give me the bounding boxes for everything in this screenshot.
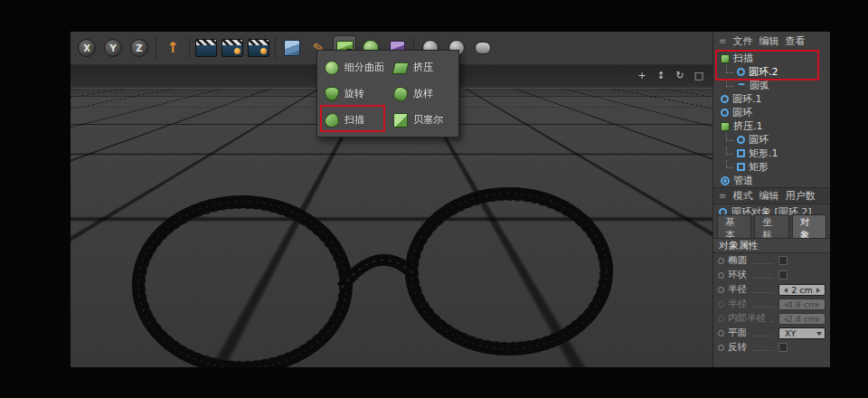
rect-spline-icon bbox=[737, 149, 745, 157]
tree-item-label: 矩形 bbox=[749, 160, 769, 174]
ellipse-checkbox[interactable] bbox=[778, 256, 788, 265]
tree-item-circle-2[interactable]: 圆环.2 bbox=[713, 65, 830, 79]
loft-icon bbox=[393, 87, 408, 101]
dotted-leader bbox=[752, 301, 773, 308]
tree-item-arc[interactable]: 圆弧 bbox=[713, 79, 830, 92]
keyframe-dot-icon bbox=[718, 301, 724, 308]
attribute-manager: ≡ 模式 编辑 用户数 圆环对象 [圆环.2] 基本 坐标 对象 对象属性 bbox=[713, 187, 830, 367]
render-settings-button[interactable] bbox=[247, 35, 270, 61]
menu-item-extrude[interactable]: 挤压 bbox=[389, 54, 456, 81]
menu-item-lathe[interactable]: 旋转 bbox=[320, 81, 389, 107]
prop-label: 平面 bbox=[728, 327, 747, 339]
tree-item-tube[interactable]: 管道 bbox=[713, 174, 830, 187]
dropdown-left-column: 细分曲面 旋转 扫描 bbox=[320, 54, 389, 133]
prop-label: 半径 bbox=[728, 283, 747, 296]
outer-radius-value-field: 4.8 cm bbox=[778, 298, 826, 310]
grip-icon[interactable]: ≡ bbox=[719, 36, 726, 46]
cube-icon bbox=[284, 40, 300, 56]
attribute-tabs: 基本 坐标 对象 bbox=[713, 220, 830, 238]
tree-item-circle-1[interactable]: 圆环.1 bbox=[713, 92, 830, 106]
arc-spline-icon bbox=[737, 83, 746, 89]
menu-item-label: 贝塞尔 bbox=[413, 113, 443, 127]
inner-radius-value-field: 2.4 cm bbox=[778, 313, 826, 325]
prop-reverse-row: 反转 bbox=[713, 340, 830, 355]
render-view-button[interactable] bbox=[194, 35, 218, 61]
tree-item-sweep[interactable]: 扫描 bbox=[713, 52, 830, 65]
tree-item-label: 圆弧 bbox=[750, 79, 769, 92]
menu-item-sweep[interactable]: 扫描 bbox=[320, 107, 389, 133]
grip-icon[interactable]: ≡ bbox=[719, 191, 726, 201]
tree-item-circle[interactable]: 圆环 bbox=[713, 106, 830, 119]
keyframe-dot-icon[interactable] bbox=[718, 272, 724, 279]
render-region-button[interactable] bbox=[221, 35, 244, 61]
tree-item-label: 管道 bbox=[733, 174, 753, 187]
prop-radius-disabled-row: 半径 4.8 cm bbox=[713, 297, 830, 311]
render-region-icon bbox=[222, 39, 243, 57]
x-axis-icon: X bbox=[78, 39, 96, 57]
menu-mode[interactable]: 模式 bbox=[732, 189, 752, 203]
tree-item-rect-1[interactable]: 矩形.1 bbox=[713, 147, 830, 160]
circle-spline-icon bbox=[737, 136, 745, 144]
tree-item-extrude-1[interactable]: 挤压.1 bbox=[713, 119, 830, 133]
subdivision-surface-icon bbox=[325, 61, 339, 75]
keyframe-dot-icon[interactable] bbox=[718, 345, 724, 351]
menu-item-bezier[interactable]: 贝塞尔 bbox=[389, 107, 456, 133]
tree-item-rect[interactable]: 矩形 bbox=[713, 160, 830, 174]
tree-item-label: 圆环.2 bbox=[749, 65, 778, 79]
keyframe-dot-icon[interactable] bbox=[718, 258, 724, 264]
circle-spline-icon bbox=[721, 109, 729, 117]
zoom-icon[interactable]: ↕ bbox=[655, 69, 667, 81]
tree-item-circle-child[interactable]: 圆环 bbox=[713, 133, 830, 147]
render-clapper-icon bbox=[195, 39, 217, 57]
ring-checkbox[interactable] bbox=[778, 270, 788, 280]
lock-x-button[interactable]: X bbox=[75, 35, 99, 61]
rotate-icon[interactable]: ↻ bbox=[674, 69, 686, 81]
radius-value-field[interactable]: 2 cm bbox=[778, 284, 826, 296]
coordinate-system-button[interactable]: ↑ bbox=[161, 35, 184, 61]
menu-user-data[interactable]: 用户数 bbox=[785, 189, 815, 203]
keyframe-dot-icon bbox=[718, 316, 724, 322]
lock-y-button[interactable]: Y bbox=[101, 35, 125, 61]
keyframe-dot-icon[interactable] bbox=[718, 287, 724, 293]
menu-item-subdivision-surface[interactable]: 细分曲面 bbox=[320, 54, 389, 81]
toolbar-separator bbox=[189, 37, 190, 59]
prop-radius-row: 半径 2 cm bbox=[713, 282, 830, 297]
menu-item-loft[interactable]: 放样 bbox=[389, 81, 456, 107]
keyframe-dot-icon[interactable] bbox=[718, 330, 724, 336]
plane-select[interactable]: XY bbox=[778, 327, 826, 339]
prop-label: 半径 bbox=[728, 298, 747, 310]
dotted-leader bbox=[752, 272, 773, 279]
toggle-view-icon[interactable]: □ bbox=[693, 69, 705, 81]
dotted-leader bbox=[752, 345, 773, 351]
prop-ring-row: 环状 bbox=[713, 268, 830, 282]
tree-item-label: 圆环.1 bbox=[732, 92, 762, 106]
left-torus-ring bbox=[133, 196, 352, 367]
circle-spline-icon bbox=[721, 95, 729, 103]
tree-item-label: 矩形.1 bbox=[749, 147, 778, 160]
prop-inner-radius-row: 内部半径 2.4 cm bbox=[713, 311, 830, 326]
z-axis-icon: Z bbox=[130, 39, 148, 57]
prop-ellipse-row: 椭圆 bbox=[713, 253, 830, 268]
menu-edit[interactable]: 编辑 bbox=[759, 189, 778, 203]
coordinate-system-icon: ↑ bbox=[166, 41, 178, 55]
lock-z-button[interactable]: Z bbox=[127, 35, 151, 61]
tree-item-label: 扫描 bbox=[733, 52, 753, 65]
menu-file[interactable]: 文件 bbox=[732, 34, 752, 48]
right-torus-ring bbox=[406, 188, 612, 355]
circle-spline-icon bbox=[737, 68, 745, 76]
section-title: 对象属性 bbox=[719, 239, 759, 252]
toolbar-separator bbox=[275, 37, 276, 59]
menu-item-label: 放样 bbox=[413, 87, 433, 100]
pan-icon[interactable]: + bbox=[636, 69, 648, 81]
extrude-icon bbox=[392, 62, 409, 74]
reverse-checkbox[interactable] bbox=[778, 343, 788, 352]
menu-edit[interactable]: 编辑 bbox=[759, 34, 778, 48]
dotted-leader bbox=[752, 258, 773, 264]
primitive-cube-button[interactable] bbox=[280, 35, 304, 61]
sweep-icon bbox=[325, 113, 339, 128]
extrude-generator-icon bbox=[721, 122, 730, 131]
menu-view[interactable]: 查看 bbox=[785, 34, 805, 48]
sweep-generator-icon bbox=[721, 54, 730, 63]
camera-button[interactable] bbox=[471, 35, 495, 61]
lathe-icon bbox=[325, 87, 339, 101]
